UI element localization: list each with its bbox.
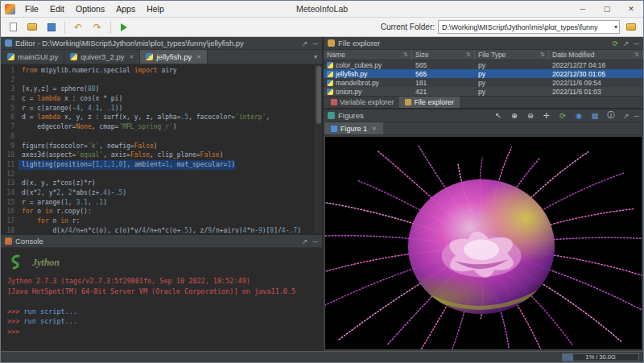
editor-tab-maingui-py[interactable]: mainGUI.py xyxy=(2,50,64,64)
code-line[interactable]: 12 xyxy=(1,170,315,179)
undo-button[interactable]: ↶ xyxy=(70,19,86,35)
scrollbar-thumb[interactable] xyxy=(316,66,321,124)
info-icon[interactable]: ⓘ xyxy=(605,110,617,121)
menu-item-options[interactable]: Options xyxy=(70,1,110,17)
code-line[interactable]: 13d(x, y, z*cos(z)*r) xyxy=(1,179,315,188)
toolbar-separator xyxy=(110,21,111,34)
editor-panel-buttons: ↗ ─ xyxy=(302,39,318,47)
minimize-panel-icon[interactable]: ─ xyxy=(634,112,639,120)
refresh-icon[interactable]: ⟳ xyxy=(613,39,619,47)
zoom-out-icon[interactable]: ⊖ xyxy=(525,111,536,120)
memory-fill xyxy=(563,354,573,361)
code-line[interactable]: 18 d(x/4/n+n*c(o), c(o)*y/4/n+n*c(o+.5),… xyxy=(1,226,315,233)
menu-item-help[interactable]: Help xyxy=(141,1,170,17)
code-line[interactable]: 9figure(facecolor='k', newfig=False) xyxy=(1,142,315,151)
code-line[interactable]: 7 edgecolor=None, cmap='MPL_spring_r') xyxy=(1,122,315,132)
memory-indicator[interactable]: 1% / 30.0G xyxy=(562,353,639,361)
code-line[interactable]: 14d(x*2, y*2, 2*abs(z+.4)-.5) xyxy=(1,188,315,198)
code-editor[interactable]: 1from mipylib.numeric.special import air… xyxy=(1,64,322,233)
run-icon xyxy=(121,23,127,31)
file-table-body: color_cubes.py565py2022/12/27 04:16jelly… xyxy=(324,60,643,96)
file-explorer-header: File explorer ⟳ ↗ ─ xyxy=(324,37,643,50)
line-number: 13 xyxy=(1,179,19,188)
tab-variable-explorer[interactable]: Variable explorer xyxy=(325,97,399,108)
code-line[interactable]: 1from mipylib.numeric.special import air… xyxy=(1,66,315,76)
code-line[interactable]: 11lighting(position=[1,1,1,0], ambient=1… xyxy=(1,160,315,170)
minimize-window-button[interactable]: ─ xyxy=(571,1,595,17)
line-number: 14 xyxy=(1,188,19,198)
open-file-button[interactable] xyxy=(24,19,40,35)
minimize-panel-icon[interactable]: ─ xyxy=(313,39,318,47)
float-panel-icon[interactable]: ↗ xyxy=(623,112,630,120)
new-file-button[interactable] xyxy=(5,19,21,35)
file-row[interactable]: jellyfish.py565py2022/12/30 01:05 xyxy=(324,69,643,78)
code-line[interactable]: 8 xyxy=(1,132,315,142)
close-tab-icon[interactable]: ✕ xyxy=(130,54,134,60)
close-tab-icon[interactable]: ✕ xyxy=(196,54,201,60)
tab-list-chevron-icon[interactable]: ▾ xyxy=(309,53,322,60)
column-header-name[interactable]: Name⇅ xyxy=(324,50,412,60)
menu-item-file[interactable]: File xyxy=(19,1,44,17)
column-header-file-type[interactable]: File Type⇅ xyxy=(475,50,549,60)
redo-button[interactable]: ↷ xyxy=(89,19,105,35)
console-panel: Console ↗ ─ Jython Jython 2.7.3 (tags/v2… xyxy=(1,233,322,351)
file-row[interactable]: mandelbrot.py181py2022/11/6 09:54 xyxy=(324,78,643,87)
file-row[interactable]: color_cubes.py565py2022/12/27 04:16 xyxy=(324,60,643,69)
code-line[interactable]: 4c = lambda x : cos(x * pi) xyxy=(1,94,315,104)
globe-icon[interactable]: ◉ xyxy=(573,111,584,120)
zoom-in-icon[interactable]: ⊕ xyxy=(509,111,520,120)
close-window-button[interactable]: ✕ xyxy=(619,1,643,17)
code-area[interactable]: 1from mipylib.numeric.special import air… xyxy=(1,64,315,233)
code-line[interactable]: 17 for n in r: xyxy=(1,217,315,226)
browse-folder-button[interactable] xyxy=(623,19,639,35)
column-header-size[interactable]: Size⇅ xyxy=(412,50,475,60)
code-line[interactable]: 5r = c(arange(-4, 4.1, .1)) xyxy=(1,104,315,113)
select-tool-icon[interactable]: ↖ xyxy=(493,111,504,120)
menu-item-apps[interactable]: Apps xyxy=(110,1,141,17)
code-text: edgecolor=None, cmap='MPL_spring_r') xyxy=(19,122,177,132)
editor-tab-jellyfish-py[interactable]: jellyfish.py✕ xyxy=(140,50,208,64)
code-line[interactable]: 15r = arange(1, 3.1, .1) xyxy=(1,198,315,208)
file-modified: 2022/12/30 01:05 xyxy=(549,70,643,78)
rotate-icon[interactable]: ⟳ xyxy=(557,111,568,120)
console-line: [Java HotSpot(TM) 64-Bit Server VM (Orac… xyxy=(7,287,316,297)
editor-tab-quiver3-2-py[interactable]: quiver3_2.py✕ xyxy=(64,50,140,64)
figure-icon xyxy=(331,126,337,132)
line-number: 17 xyxy=(1,217,19,226)
code-line[interactable]: 2 xyxy=(1,76,315,85)
pan-icon[interactable]: ✛ xyxy=(541,111,552,120)
minimize-panel-icon[interactable]: ─ xyxy=(313,237,318,245)
file-row[interactable]: onion.py421py2022/11/6 01:03 xyxy=(324,87,643,96)
figures-title: Figures xyxy=(338,111,364,120)
minimize-panel-icon[interactable]: ─ xyxy=(634,39,639,47)
grid-icon[interactable]: ▦ xyxy=(589,111,601,120)
tab-figure-1[interactable]: Figure 1 ✕ xyxy=(324,122,383,134)
file-explorer-icon xyxy=(328,39,335,47)
maximize-window-button[interactable]: ▢ xyxy=(595,1,619,17)
file-name: jellyfish.py xyxy=(336,70,367,78)
menu-item-edit[interactable]: Edit xyxy=(44,1,70,17)
editor-scrollbar[interactable] xyxy=(315,64,322,233)
current-folder-combobox[interactable]: D:\Working\MIScript\Jython\mis\plot_type… xyxy=(438,20,620,34)
save-file-button[interactable] xyxy=(43,19,60,35)
code-text: d(x*2, y*2, 2*abs(z+.4)-.5) xyxy=(19,188,126,198)
float-panel-icon[interactable]: ↗ xyxy=(623,39,630,47)
main-toolbar: ↶ ↷ Current Folder: D:\Working\MIScript\… xyxy=(1,18,643,37)
column-header-date-modified[interactable]: Date Modified⇅ xyxy=(549,50,643,60)
code-text: [x,y,z] = sphere(80) xyxy=(19,85,99,94)
float-panel-icon[interactable]: ↗ xyxy=(302,39,308,47)
python-file-icon xyxy=(327,80,333,86)
tab-file-explorer[interactable]: File explorer xyxy=(399,97,460,108)
code-line[interactable]: 3[x,y,z] = sphere(80) xyxy=(1,85,315,94)
figures-icon xyxy=(328,112,335,119)
code-line[interactable]: 6d = lambda x, y, z : surf(x, y, z, alph… xyxy=(1,113,315,122)
float-panel-icon[interactable]: ↗ xyxy=(302,237,308,245)
code-line[interactable]: 10axes3d(aspect='equal', axis=False, cli… xyxy=(1,151,315,160)
close-figure-icon[interactable]: ✕ xyxy=(372,126,377,132)
code-line[interactable]: 16for o in r.copy(): xyxy=(1,207,315,217)
figure-canvas[interactable] xyxy=(325,137,642,349)
console-line: >>> run script... xyxy=(7,316,316,327)
console-output[interactable]: Jython Jython 2.7.3 (tags/v2.7.3:5f29801… xyxy=(1,248,322,351)
run-script-button[interactable] xyxy=(116,19,132,35)
titlebar: FileEditOptionsAppsHelp MeteoInfoLab ─ ▢… xyxy=(1,1,643,18)
